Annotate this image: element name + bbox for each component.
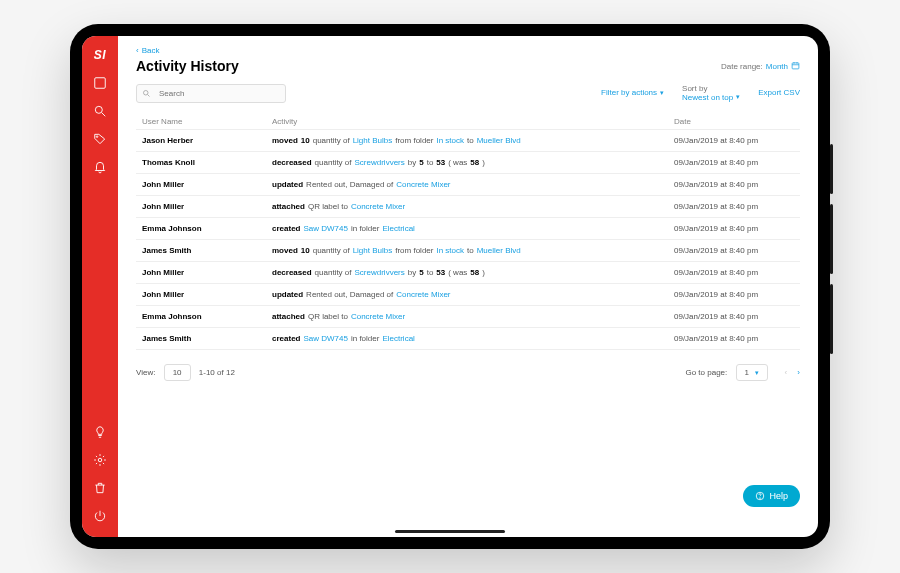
chevron-down-icon: ▾ <box>660 89 664 97</box>
table-row: John MillerupdatedRented out, Damaged of… <box>136 283 800 306</box>
entity-link[interactable]: In stock <box>436 246 464 255</box>
activity-cell: moved10quantity ofLight Bulbsfrom folder… <box>272 246 674 255</box>
entity-link[interactable]: Light Bulbs <box>353 246 393 255</box>
user-cell: James Smith <box>142 334 272 343</box>
table-header: User Name Activity Date <box>136 113 800 130</box>
date-cell: 09/Jan/2019 at 8:40 pm <box>674 334 794 343</box>
page-select[interactable]: 1 ▾ <box>736 364 769 381</box>
tag-icon[interactable] <box>93 132 107 146</box>
sort-dropdown[interactable]: Sort by Newest on top ▾ <box>682 84 740 102</box>
range-text: 1-10 of 12 <box>199 368 235 377</box>
table-row: Jason Herbermoved10quantity ofLight Bulb… <box>136 129 800 152</box>
table-footer: View: 10 1-10 of 12 Go to page: 1 ▾ ‹ › <box>136 364 800 381</box>
activity-cell: createdSaw DW745in folderElectrical <box>272 334 674 343</box>
help-button[interactable]: Help <box>743 485 800 507</box>
help-label: Help <box>769 491 788 501</box>
sort-label: Sort by <box>682 84 707 93</box>
entity-link[interactable]: Concrete Mixer <box>351 312 405 321</box>
bulb-icon[interactable] <box>93 425 107 439</box>
activity-cell: createdSaw DW745in folderElectrical <box>272 224 674 233</box>
filter-actions-dropdown[interactable]: Filter by actions ▾ <box>601 88 664 97</box>
back-link[interactable]: ‹ Back <box>136 46 800 55</box>
svg-point-12 <box>760 498 761 499</box>
date-cell: 09/Jan/2019 at 8:40 pm <box>674 224 794 233</box>
entity-link[interactable]: Electrical <box>382 334 414 343</box>
svg-point-9 <box>144 90 149 95</box>
svg-point-1 <box>95 106 102 113</box>
app-logo: SI <box>94 48 106 62</box>
entity-link[interactable]: Concrete Mixer <box>396 290 450 299</box>
entity-link[interactable]: Concrete Mixer <box>351 202 405 211</box>
entity-link[interactable]: Concrete Mixer <box>396 180 450 189</box>
date-cell: 09/Jan/2019 at 8:40 pm <box>674 136 794 145</box>
date-cell: 09/Jan/2019 at 8:40 pm <box>674 202 794 211</box>
svg-line-2 <box>102 113 106 117</box>
entity-link[interactable]: Saw DW745 <box>303 224 347 233</box>
user-cell: Emma Johnson <box>142 312 272 321</box>
entity-link[interactable]: Mueller Blvd <box>477 246 521 255</box>
search-icon <box>142 84 151 102</box>
main-content: ‹ Back Activity History Date range: Mont… <box>118 36 818 537</box>
user-cell: James Smith <box>142 246 272 255</box>
date-cell: 09/Jan/2019 at 8:40 pm <box>674 158 794 167</box>
col-date: Date <box>674 117 794 126</box>
date-cell: 09/Jan/2019 at 8:40 pm <box>674 180 794 189</box>
entity-link[interactable]: In stock <box>436 136 464 145</box>
svg-point-3 <box>96 136 98 138</box>
user-cell: John Miller <box>142 180 272 189</box>
dashboard-icon[interactable] <box>93 76 107 90</box>
date-range-label: Date range: <box>721 62 763 71</box>
table-row: James SmithcreatedSaw DW745in folderElec… <box>136 327 800 350</box>
activity-cell: decreasedquantity ofScrewdrivversby5to53… <box>272 268 674 277</box>
activity-cell: attachedQR label toConcrete Mixer <box>272 312 674 321</box>
entity-link[interactable]: Electrical <box>382 224 414 233</box>
filter-label: Filter by actions <box>601 88 657 97</box>
prev-page-button[interactable]: ‹ <box>784 368 787 377</box>
back-label: Back <box>142 46 160 55</box>
table-row: Emma JohnsoncreatedSaw DW745in folderEle… <box>136 217 800 240</box>
calendar-icon <box>791 61 800 72</box>
user-cell: John Miller <box>142 268 272 277</box>
entity-link[interactable]: Mueller Blvd <box>477 136 521 145</box>
table-row: Emma JohnsonattachedQR label toConcrete … <box>136 305 800 328</box>
goto-label: Go to page: <box>685 368 727 377</box>
date-range-value: Month <box>766 62 788 71</box>
search-nav-icon[interactable] <box>93 104 107 118</box>
activity-cell: moved10quantity ofLight Bulbsfrom folder… <box>272 136 674 145</box>
next-page-button[interactable]: › <box>797 368 800 377</box>
col-activity: Activity <box>272 117 674 126</box>
bell-icon[interactable] <box>93 160 107 174</box>
activity-cell: decreasedquantity ofScrewdrivversby5to53… <box>272 158 674 167</box>
page-title: Activity History <box>136 58 239 74</box>
col-user: User Name <box>142 117 272 126</box>
table-row: James Smithmoved10quantity ofLight Bulbs… <box>136 239 800 262</box>
activity-cell: updatedRented out, Damaged ofConcrete Mi… <box>272 290 674 299</box>
date-cell: 09/Jan/2019 at 8:40 pm <box>674 290 794 299</box>
user-cell: Jason Herber <box>142 136 272 145</box>
user-cell: Emma Johnson <box>142 224 272 233</box>
home-indicator <box>395 530 505 533</box>
date-cell: 09/Jan/2019 at 8:40 pm <box>674 312 794 321</box>
entity-link[interactable]: Light Bulbs <box>353 136 393 145</box>
entity-link[interactable]: Screwdrivvers <box>355 268 405 277</box>
date-range-picker[interactable]: Date range: Month <box>721 61 800 72</box>
svg-rect-0 <box>95 78 106 89</box>
table-row: Thomas Knolldecreasedquantity ofScrewdri… <box>136 151 800 174</box>
export-csv-link[interactable]: Export CSV <box>758 88 800 97</box>
user-cell: John Miller <box>142 202 272 211</box>
table-row: John MillerattachedQR label toConcrete M… <box>136 195 800 218</box>
table-row: John MillerupdatedRented out, Damaged of… <box>136 173 800 196</box>
svg-rect-5 <box>792 62 799 68</box>
entity-link[interactable]: Saw DW745 <box>303 334 347 343</box>
view-label: View: <box>136 368 155 377</box>
chevron-down-icon: ▾ <box>755 369 759 376</box>
activity-table: User Name Activity Date Jason Herbermove… <box>136 113 800 350</box>
gear-icon[interactable] <box>93 453 107 467</box>
trash-icon[interactable] <box>93 481 107 495</box>
search-input[interactable] <box>136 84 286 103</box>
power-icon[interactable] <box>93 509 107 523</box>
entity-link[interactable]: Screwdrivvers <box>355 158 405 167</box>
activity-cell: updatedRented out, Damaged ofConcrete Mi… <box>272 180 674 189</box>
view-size-select[interactable]: 10 <box>164 364 191 381</box>
date-cell: 09/Jan/2019 at 8:40 pm <box>674 268 794 277</box>
